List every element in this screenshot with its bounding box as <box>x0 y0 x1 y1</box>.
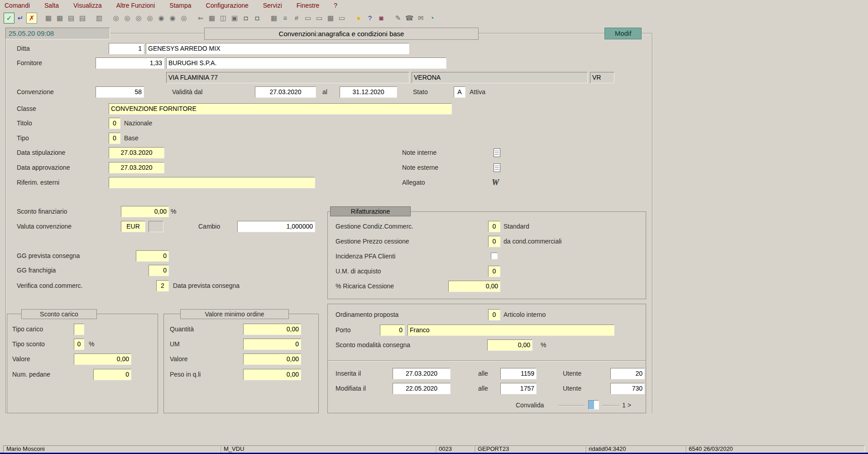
screen-icon-2[interactable]: ▭ <box>314 13 325 24</box>
gestione-pc-field[interactable]: 0 <box>488 236 500 247</box>
verifica-field[interactable]: 2 <box>156 280 169 292</box>
stato-label: Stato <box>413 86 428 98</box>
convenzione-number-field[interactable]: 58 <box>96 86 144 98</box>
titolo-field[interactable]: 0 <box>109 118 120 129</box>
note-interne-icon[interactable] <box>494 148 500 157</box>
menu-item-finestre[interactable]: Finestre <box>297 2 320 9</box>
convalida-box[interactable] <box>588 400 599 410</box>
menu-item-help[interactable]: ? <box>334 2 337 9</box>
vm-valore-field[interactable]: 0,00 <box>243 354 301 365</box>
classe-field[interactable]: CONVENZIONE FORNITORE <box>109 103 452 115</box>
ditta-name-field[interactable]: GENESYS ARREDO MIX <box>146 43 409 54</box>
binoculars-icon[interactable]: ◉ <box>167 13 178 24</box>
phone-icon[interactable]: ☎ <box>404 13 415 24</box>
sconto-valore-field[interactable]: 0,00 <box>74 354 131 365</box>
print-preview-icon[interactable]: ◫ <box>218 13 229 24</box>
modificata-label: Modifiata il <box>336 383 366 394</box>
gg-prevista-field[interactable]: 0 <box>136 250 169 262</box>
menu-item-comandi[interactable]: Comandi <box>5 2 30 9</box>
cambio-label: Cambio <box>198 221 220 232</box>
search-record-icon[interactable]: ◉ <box>156 13 167 24</box>
nav-next-record-icon[interactable]: ◎ <box>133 13 144 24</box>
data-stipulazione-field[interactable]: 27.03.2020 <box>109 147 164 158</box>
edit-document-icon[interactable]: ▤ <box>77 13 88 24</box>
porto-code-field[interactable]: 0 <box>380 325 405 336</box>
new-document-icon[interactable]: ▤ <box>66 13 77 24</box>
unlock-icon[interactable]: ◘ <box>252 13 263 24</box>
back-page-icon[interactable]: ⇐ <box>195 13 206 24</box>
sconto-finanziario-field[interactable]: 0,00 <box>121 206 169 217</box>
gestione-cc-field[interactable]: 0 <box>488 221 500 232</box>
back-icon[interactable]: ↵ <box>15 13 26 24</box>
quantita-field[interactable]: 0,00 <box>243 324 301 335</box>
fornitore-code-field[interactable]: 1,33 <box>96 57 164 69</box>
cancel-icon[interactable]: ✗ <box>26 13 37 24</box>
ordinamento-field[interactable]: 0 <box>488 309 500 320</box>
gg-franchigia-field[interactable]: 0 <box>149 265 169 276</box>
validita-al-field[interactable]: 31.12.2020 <box>340 86 397 98</box>
riferim-esterni-field[interactable] <box>109 177 315 188</box>
menu-item-servizi[interactable]: Servizi <box>263 2 282 9</box>
image-icon[interactable]: ▣ <box>229 13 240 24</box>
datetime-display: 25.05.20 09:08 <box>5 28 110 39</box>
manual-icon[interactable]: ◙ <box>376 13 387 24</box>
nav-first-record-icon[interactable]: ◎ <box>110 13 121 24</box>
nav-last-record-icon[interactable]: ◎ <box>144 13 155 24</box>
app-window: Comandi Salta Visualizza Altre Funzioni … <box>0 0 868 454</box>
screen-icon-4[interactable]: ▭ <box>336 13 347 24</box>
menu-item-salta[interactable]: Salta <box>44 2 59 9</box>
filter-icon[interactable]: ◎ <box>178 13 189 24</box>
num-pedane-field[interactable]: 0 <box>93 369 131 380</box>
list-icon[interactable]: ≡ <box>280 13 291 24</box>
fornitore-name-field[interactable]: BURUGHI S.P.A. <box>166 57 446 69</box>
fornitore-address-field: VIA FLAMINIA 77 <box>166 72 409 83</box>
porto-desc-field[interactable]: Franco <box>408 325 614 336</box>
ditta-code-field[interactable]: 1 <box>109 43 144 54</box>
bulb-icon[interactable]: ● <box>353 13 364 24</box>
inserita-time-field: 1159 <box>500 368 537 379</box>
cambio-field[interactable]: 1,000000 <box>237 221 315 232</box>
ricarica-field[interactable]: 0,00 <box>448 281 500 292</box>
cascade-icon[interactable]: ▦ <box>54 13 65 24</box>
data-approvazione-field[interactable]: 27.03.2020 <box>109 162 164 173</box>
tipo-field[interactable]: 0 <box>109 133 120 144</box>
um-acquisto-field[interactable]: 0 <box>488 266 500 277</box>
menu-item-stampa[interactable]: Stampa <box>169 2 191 9</box>
allegato-word-icon[interactable]: W <box>492 177 499 187</box>
world-clock-icon[interactable]: ◔ <box>427 13 437 24</box>
ricarica-label: % Ricarica Cessione <box>336 281 394 292</box>
valuta-field[interactable]: EUR <box>121 221 145 232</box>
print-icon[interactable]: ▦ <box>206 13 217 24</box>
allegato-label: Allegato <box>402 177 425 188</box>
windows-icon[interactable]: ▦ <box>43 13 54 24</box>
tipo-sconto-field[interactable]: 0 <box>74 339 84 350</box>
menu-item-visualizza[interactable]: Visualizza <box>73 2 102 9</box>
classe-label: Classe <box>17 103 36 115</box>
sconto-modalita-field[interactable]: 0,00 <box>487 339 532 351</box>
fornitore-label: Fornitore <box>17 57 42 69</box>
peso-field[interactable]: 0,00 <box>243 369 301 380</box>
stato-field[interactable]: A <box>454 86 465 98</box>
mail-icon[interactable]: ✉ <box>415 13 426 24</box>
lock-icon[interactable]: ◘ <box>240 13 251 24</box>
inserita-utente-label: Utente <box>563 368 581 379</box>
help-icon[interactable]: ? <box>364 13 375 24</box>
tipo-carico-field[interactable] <box>74 324 84 335</box>
copy-icon[interactable]: ▥ <box>94 13 105 24</box>
menu-item-altre-funzioni[interactable]: Altre Funzioni <box>116 2 155 9</box>
screen-icon-3[interactable]: ▦ <box>325 13 336 24</box>
tools-icon[interactable]: # <box>291 13 302 24</box>
table-icon[interactable]: ▦ <box>269 13 279 24</box>
nav-prev-record-icon[interactable]: ◎ <box>122 13 133 24</box>
convalida-pager[interactable]: 1 > <box>622 400 631 411</box>
validita-dal-field[interactable]: 27.03.2020 <box>255 86 316 98</box>
confirm-icon[interactable]: ✓ <box>4 13 14 24</box>
menu-item-configurazione[interactable]: Configurazione <box>206 2 249 9</box>
note-esterne-icon[interactable] <box>494 163 500 172</box>
incidenza-pfa-checkbox[interactable] <box>491 253 498 259</box>
um-field[interactable]: 0 <box>243 339 301 350</box>
screen-icon-1[interactable]: ▭ <box>302 13 313 24</box>
menu-bar: Comandi Salta Visualizza Altre Funzioni … <box>0 0 868 11</box>
signature-icon[interactable]: ✎ <box>393 13 403 24</box>
um-acquisto-label: U.M. di acquisto <box>336 266 381 277</box>
